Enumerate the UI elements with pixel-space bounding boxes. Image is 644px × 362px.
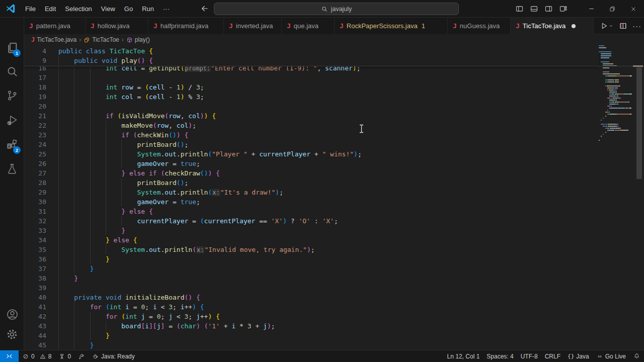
line-number: 44 — [24, 331, 46, 340]
minimize-button[interactable] — [581, 0, 602, 18]
breadcrumb-item[interactable]: JTicTacToe.java — [31, 36, 76, 43]
code-line[interactable]: 29 System.out.println(x:"It's a draw!"); — [24, 188, 598, 197]
more-actions-button[interactable]: ··· — [632, 22, 641, 30]
menu-edit[interactable]: Edit — [40, 3, 60, 15]
menu-[interactable]: ··· — [158, 3, 174, 15]
toggle-panel-icon[interactable] — [530, 5, 538, 13]
code-line[interactable]: 32 currentPlayer = (currentPlayer == 'X'… — [24, 216, 598, 226]
code-line[interactable]: 36 } — [24, 254, 598, 264]
code-line[interactable]: 35 System.out.println(x:"Invalid move, t… — [24, 245, 598, 254]
code-line[interactable]: 42 for (int j = 0; j < 3; j++) { — [24, 312, 598, 321]
activitybar-run-and-debug[interactable] — [0, 109, 24, 131]
statusbar-notifications[interactable] — [629, 350, 644, 362]
badge: 1 — [13, 49, 21, 57]
code-line[interactable]: 18 int row = (cell - 1) / 3; — [24, 82, 598, 92]
code-line[interactable]: 24 printBoard(); — [24, 140, 598, 149]
back-button[interactable] — [200, 4, 209, 13]
statusbar-eol[interactable]: CRLF — [541, 350, 564, 362]
activitybar-extensions[interactable]: 2 — [0, 134, 24, 156]
tab-TicTacToe.java[interactable]: JTicTacToe.java — [511, 18, 594, 34]
code-line[interactable]: 26 gameOver = true; — [24, 159, 598, 168]
tab-pattern.java[interactable]: Jpattern.java — [24, 18, 86, 34]
menu-run[interactable]: Run — [137, 3, 158, 15]
activitybar-explorer[interactable]: 1 — [0, 37, 24, 59]
tab-inverted.java[interactable]: Jinverted.java — [224, 18, 282, 34]
activitybar-testing[interactable] — [0, 158, 24, 180]
menu-go[interactable]: Go — [120, 3, 137, 15]
statusbar-indentation[interactable]: Spaces: 4 — [483, 350, 517, 362]
ports-indicator[interactable]: 0 — [55, 350, 74, 362]
code-line[interactable]: 27 } else if (checkDraw()) { — [24, 168, 598, 178]
code-line[interactable]: 31 } else { — [24, 207, 598, 216]
java-status[interactable]: Java: Ready — [89, 350, 138, 362]
menu-selection[interactable]: Selection — [60, 3, 96, 15]
editor-scrollbar[interactable] — [636, 67, 642, 179]
code-line[interactable]: 30 gameOver = true; — [24, 197, 598, 207]
tab-hollow.java[interactable]: Jhollow.java — [86, 18, 148, 34]
activitybar-source-control[interactable] — [0, 84, 24, 107]
code-line[interactable]: 21 if (isValidMove(row, col)) { — [24, 111, 598, 121]
menu-file[interactable]: File — [21, 3, 40, 15]
tab-RockPaperScissors.java[interactable]: JRockPaperScissors.java1 — [335, 18, 448, 34]
code-line[interactable]: 45 } — [24, 340, 598, 350]
minimap-line — [601, 61, 609, 62]
indent-guide — [58, 235, 59, 245]
tab-halfpriramid.java[interactable]: Jhalfpriramid.java — [148, 18, 224, 34]
customize-layout-icon[interactable] — [559, 5, 568, 13]
statusbar-language-mode[interactable]: {}Java — [564, 350, 593, 362]
minimap-line — [616, 89, 617, 90]
line-number: 42 — [24, 312, 46, 321]
remote-indicator[interactable] — [0, 350, 19, 362]
activitybar-account[interactable] — [0, 303, 24, 325]
code-line[interactable]: 38 } — [24, 274, 598, 283]
code-line[interactable]: 34 } else { — [24, 235, 598, 245]
indent-guide — [74, 168, 74, 178]
editor[interactable]: 16 int cell = getInput(prompt:"Enter cel… — [24, 45, 644, 350]
indent-guide — [90, 216, 91, 226]
code-line[interactable]: 44 } — [24, 331, 598, 340]
minimap-line — [620, 98, 621, 99]
sticky-line[interactable]: 9 public void play() { — [24, 56, 598, 65]
activitybar-search[interactable] — [0, 60, 24, 82]
tab-que.java[interactable]: Jque.java — [282, 18, 335, 34]
indent-guide — [58, 245, 59, 254]
minimap-line — [613, 114, 616, 115]
code-line[interactable]: 39 — [24, 283, 598, 293]
code-line[interactable]: 28 printBoard(); — [24, 178, 598, 188]
code-line[interactable]: 37 } — [24, 264, 598, 274]
statusbar-encoding[interactable]: UTF-8 — [517, 350, 541, 362]
split-editor-button[interactable] — [619, 22, 627, 30]
code-line[interactable]: 40 private void initializeBoard() { — [24, 293, 598, 302]
activitybar-settings[interactable] — [0, 323, 24, 345]
problems-indicator[interactable]: 0 8 — [19, 350, 55, 362]
chevron-right-icon: › — [122, 36, 124, 43]
menu-view[interactable]: View — [97, 3, 120, 15]
command-center-search[interactable]: javajuly — [214, 3, 459, 15]
code-line[interactable]: 41 for (int i = 0; i < 3; i++) { — [24, 302, 598, 312]
minimap[interactable] — [599, 45, 633, 350]
code-line[interactable]: 17 — [24, 73, 598, 82]
sticky-line[interactable]: 4public class TicTacToe { — [24, 46, 598, 56]
layout-controls — [515, 0, 568, 18]
run-java-button[interactable] — [600, 22, 614, 30]
minimap-line — [617, 124, 618, 125]
tab-nuGuess.java[interactable]: JnuGuess.java — [448, 18, 511, 34]
code-line[interactable]: 22 makeMove(row, col); — [24, 121, 598, 130]
code-line[interactable]: 19 int col = (cell - 1) % 3; — [24, 92, 598, 102]
statusbar-cursor-position[interactable]: Ln 12, Col 1 — [444, 350, 484, 362]
indent-guide — [74, 178, 74, 188]
statusbar-go-live[interactable]: Go Live — [593, 350, 629, 362]
maximize-button[interactable] — [602, 0, 623, 18]
code-line[interactable]: 33 } — [24, 226, 598, 235]
toggle-secondary-sidebar-icon[interactable] — [544, 5, 553, 13]
close-button[interactable] — [623, 0, 644, 18]
toggle-primary-sidebar-icon[interactable] — [515, 5, 524, 13]
java-mode-indicator[interactable] — [74, 350, 89, 362]
breadcrumb-item[interactable]: TicTacToe — [84, 36, 119, 43]
code-line[interactable]: 43 board[i][j] = (char) ('1' + i * 3 + j… — [24, 321, 598, 331]
code-line[interactable]: 25 System.out.println("Player " + curren… — [24, 149, 598, 159]
line-number: 4 — [24, 46, 46, 56]
breadcrumb-item[interactable]: play() — [126, 36, 150, 43]
code-line[interactable]: 20 — [24, 102, 598, 111]
code-line[interactable]: 23 if (checkWin()) { — [24, 130, 598, 140]
